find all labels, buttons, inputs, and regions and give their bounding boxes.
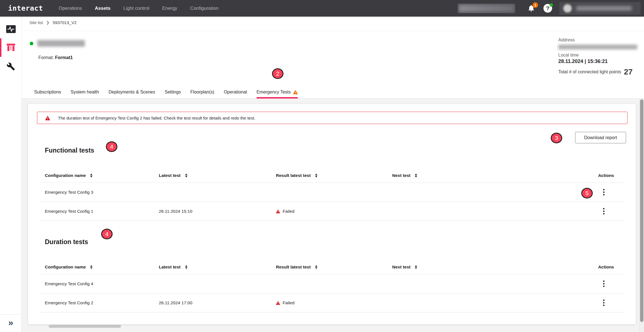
nav-right-cluster: 1 ? <box>458 2 644 15</box>
result-text: Failed <box>283 300 294 305</box>
header-divider <box>22 31 644 31</box>
site-status-dot <box>30 42 33 45</box>
light-points-row: Total # of connected light points 27 <box>558 67 644 76</box>
tab-label: Subscriptions <box>34 90 61 95</box>
column-label: Configuration name <box>45 173 86 178</box>
tab-system-health[interactable]: System health <box>71 90 99 99</box>
tab-label: Settings <box>165 90 181 95</box>
sidebar-item-assets[interactable] <box>0 43 22 52</box>
address-label: Address <box>558 38 644 43</box>
search-input[interactable] <box>458 4 515 13</box>
latest-test-cell: 26.11.2024 15:10 <box>153 209 270 214</box>
breadcrumb-site-list[interactable]: Site list <box>29 20 43 25</box>
column-label: Configuration name <box>45 265 86 270</box>
table-row: Emergency Test Config 4 <box>39 274 625 293</box>
tab-subscriptions[interactable]: Subscriptions <box>34 90 61 99</box>
light-points-label: Total # of connected light points <box>558 69 621 74</box>
sidebar-item-monitoring[interactable] <box>0 25 22 33</box>
app-window: interact Operations Assets Light control… <box>0 0 644 332</box>
notifications-button[interactable]: 1 <box>527 4 535 12</box>
emergency-tests-panel: The duration test of Emergency Test Conf… <box>28 104 636 324</box>
horizontal-scrollbar-thumb[interactable] <box>49 325 121 328</box>
tab-deployments-scenes[interactable]: Deployments & Scenes <box>108 90 155 99</box>
pulse-icon <box>6 25 16 33</box>
duration-tests-table: Configuration name Latest test Result la… <box>39 260 625 312</box>
search-redacted-blur <box>459 5 514 12</box>
tab-label: Emergency Tests <box>257 90 291 95</box>
annotation-step-2: 2 <box>272 68 283 79</box>
download-report-button[interactable]: Download report <box>575 132 626 143</box>
sort-icon <box>415 265 417 269</box>
help-button[interactable]: ? <box>543 4 552 13</box>
vertical-scrollbar[interactable] <box>639 99 644 332</box>
column-header-configuration-name[interactable]: Configuration name <box>39 173 153 178</box>
nav-item-operations[interactable]: Operations <box>59 6 82 11</box>
sidebar-collapse-button[interactable]: » <box>0 318 22 327</box>
sort-icon <box>185 265 187 269</box>
kebab-menu-icon[interactable] <box>602 298 606 307</box>
avatar <box>563 4 572 13</box>
nav-item-configuration[interactable]: Configuration <box>190 6 218 11</box>
functional-tests-title: Functional tests <box>45 147 636 154</box>
user-menu[interactable] <box>559 2 641 15</box>
sidebar-item-maintenance[interactable] <box>0 62 22 71</box>
question-mark-icon: ? <box>546 5 550 12</box>
column-label: Latest test <box>159 265 181 270</box>
column-header-next-test[interactable]: Next test <box>387 265 552 270</box>
tab-floorplans[interactable]: Floorplan(s) <box>190 90 214 99</box>
column-label: Actions <box>598 173 614 178</box>
tab-operational[interactable]: Operational <box>224 90 247 99</box>
kebab-menu-icon[interactable] <box>602 207 606 216</box>
tab-emergency-tests[interactable]: Emergency Tests <box>257 90 298 99</box>
actions-cell <box>552 207 625 216</box>
sort-icon <box>315 174 317 177</box>
annotation-step-4-functional: 4 <box>106 141 117 152</box>
local-time-label: Local time <box>558 53 644 58</box>
nav-item-energy[interactable]: Energy <box>162 6 177 11</box>
light-points-value: 27 <box>624 67 633 76</box>
format-label: Format: <box>38 55 55 60</box>
column-header-configuration-name[interactable]: Configuration name <box>39 265 153 270</box>
chevron-right-icon: ❯ <box>46 20 49 25</box>
column-header-latest-test[interactable]: Latest test <box>153 173 270 178</box>
help-status-dot <box>550 3 553 7</box>
annotation-step-3: 3 <box>551 133 562 143</box>
sort-icon <box>185 174 187 177</box>
assets-icon <box>6 43 16 52</box>
column-label: Next test <box>392 265 410 270</box>
column-header-result-latest-test[interactable]: Result latest test <box>270 265 387 270</box>
nav-item-light-control[interactable]: Light control <box>123 6 149 11</box>
annotation-step-5: 5 <box>581 188 593 198</box>
wrench-icon <box>6 62 15 71</box>
sort-icon <box>90 174 92 177</box>
breadcrumb-current: 5937013_V2 <box>53 20 76 25</box>
table-row: Emergency Test Config 1 26.11.2024 15:10… <box>39 202 625 221</box>
table-row: Emergency Test Config 3 <box>39 183 625 202</box>
config-name-cell: Emergency Test Config 2 <box>39 300 153 305</box>
column-header-next-test[interactable]: Next test <box>387 173 552 178</box>
kebab-menu-icon[interactable] <box>602 188 606 197</box>
sort-icon <box>90 265 92 269</box>
alert-warning-icon <box>45 116 50 120</box>
tab-settings[interactable]: Settings <box>165 90 181 99</box>
annotation-step-4-duration: 4 <box>101 229 113 239</box>
tab-label: Floorplan(s) <box>190 90 214 95</box>
config-name-cell: Emergency Test Config 1 <box>39 209 153 214</box>
sidebar: » <box>0 17 22 332</box>
column-label: Result latest test <box>276 265 311 270</box>
vertical-scrollbar-thumb[interactable] <box>640 99 643 322</box>
nav-item-assets[interactable]: Assets <box>95 6 111 11</box>
failed-warning-icon <box>276 301 280 305</box>
alert-message: The duration test of Emergency Test Conf… <box>58 116 255 120</box>
column-header-latest-test[interactable]: Latest test <box>153 265 270 270</box>
warning-triangle-icon <box>293 90 298 94</box>
local-time-value: 28.11.2024 | 15:36:21 <box>558 59 644 64</box>
column-header-result-latest-test[interactable]: Result latest test <box>270 173 387 178</box>
app-logo[interactable]: interact <box>8 4 43 12</box>
site-info-panel: Address Local time 28.11.2024 | 15:36:21… <box>558 38 644 76</box>
column-label: Latest test <box>159 173 181 178</box>
user-name-redacted <box>576 6 632 11</box>
failed-warning-icon <box>276 209 280 213</box>
config-name-cell: Emergency Test Config 3 <box>39 190 153 195</box>
kebab-menu-icon[interactable] <box>602 279 606 288</box>
